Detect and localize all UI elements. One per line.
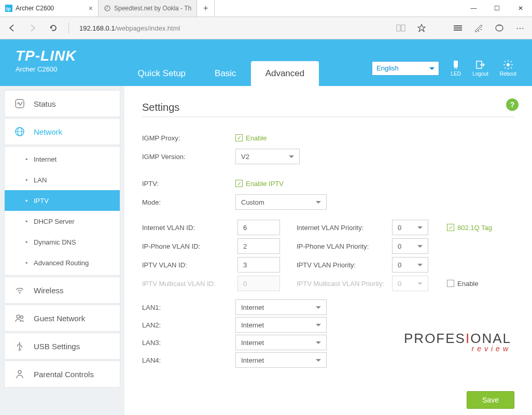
internet-vlan-id-label: Internet VLAN ID: <box>142 224 235 232</box>
back-button[interactable] <box>4 20 20 36</box>
checkbox-icon <box>447 280 454 287</box>
svg-line-20 <box>511 67 512 68</box>
lan1-select[interactable]: Internet <box>235 299 327 315</box>
mcast-vlan-id-label: IPTV Multicast VLAN ID: <box>142 280 235 288</box>
iptv-vlan-id-label: IPTV VLAN ID: <box>142 261 235 269</box>
help-button[interactable]: ? <box>506 98 519 111</box>
igmp-version-select[interactable]: V2 <box>235 149 300 164</box>
sidebar-sub-routing[interactable]: Advanced Routing <box>5 252 120 273</box>
iptv-vlan-id-input[interactable] <box>237 257 280 273</box>
checkbox-icon <box>447 224 454 231</box>
internet-vlan-pri-select[interactable]: 0 <box>392 220 428 235</box>
favorite-icon[interactable] <box>414 20 429 36</box>
internet-vlan-id-input[interactable] <box>237 220 280 235</box>
maximize-button[interactable]: ☐ <box>485 0 509 17</box>
parental-icon <box>14 368 25 380</box>
reading-icon[interactable] <box>393 20 409 36</box>
close-window-button[interactable]: ✕ <box>509 0 532 17</box>
ipphone-vlan-id-input[interactable] <box>237 238 280 254</box>
share-icon[interactable] <box>492 20 507 36</box>
header-right: English LED Logout Reboot <box>372 60 516 86</box>
logo-block: TP-LINK Archer C2600 <box>16 39 76 86</box>
svg-point-28 <box>17 315 20 318</box>
mode-label: Mode: <box>142 198 235 206</box>
8021q-tag-checkbox[interactable]: 802.1Q Tag <box>447 224 514 232</box>
svg-line-21 <box>511 61 512 62</box>
tab-title: Speedtest.net by Ookla - Th <box>114 5 191 12</box>
forward-button[interactable] <box>25 20 40 36</box>
browser-toolbar: 192.168.0.1/webpages/index.html ⋯ <box>0 17 532 39</box>
svg-line-19 <box>505 61 506 62</box>
lan2-label: LAN2: <box>142 321 235 329</box>
checkbox-icon <box>235 134 243 141</box>
iptv-vlan-pri-label: IPTV VLAN Priority: <box>297 261 390 269</box>
notes-icon[interactable] <box>471 20 486 36</box>
url-host: 192.168.0.1 <box>79 24 115 32</box>
igmp-version-label: IGMP Version: <box>142 153 235 161</box>
sidebar-sub-dhcp[interactable]: DHCP Server <box>5 211 120 232</box>
mcast-enable-checkbox[interactable]: Enable <box>447 280 514 288</box>
sidebar-sub-ddns[interactable]: Dynamic DNS <box>5 232 120 252</box>
browser-tab-active[interactable]: tp Archer C2600 × <box>0 0 99 17</box>
reboot-button[interactable]: Reboot <box>500 60 516 77</box>
tab-favicon <box>104 5 111 12</box>
separator <box>68 22 69 34</box>
ipphone-vlan-pri-select[interactable]: 0 <box>392 238 428 254</box>
igmp-proxy-label: IGMP Proxy: <box>142 134 235 142</box>
window-controls: — ☐ ✕ <box>462 0 532 17</box>
mode-select[interactable]: Custom <box>235 194 327 210</box>
minimize-button[interactable]: — <box>462 0 485 17</box>
checkbox-icon <box>235 180 243 187</box>
status-icon <box>14 98 25 109</box>
mcast-vlan-pri-select: 0 <box>392 276 428 291</box>
vlan-grid: Internet VLAN ID: Internet VLAN Priority… <box>142 220 514 291</box>
logout-button[interactable]: Logout <box>472 60 488 77</box>
address-bar[interactable]: 192.168.0.1/webpages/index.html <box>76 24 388 32</box>
sidebar-item-wireless[interactable]: Wireless <box>4 277 120 304</box>
svg-point-14 <box>507 63 510 66</box>
sidebar-item-usb[interactable]: USB Settings <box>4 333 120 360</box>
more-icon[interactable]: ⋯ <box>512 20 528 36</box>
sidebar-submenu-network: Internet LAN IPTV DHCP Server Dynamic DN… <box>4 146 120 276</box>
sidebar-item-parental[interactable]: Parental Controls <box>4 361 120 388</box>
sidebar-sub-internet[interactable]: Internet <box>5 149 120 169</box>
svg-rect-4 <box>401 25 405 31</box>
svg-point-31 <box>18 370 21 374</box>
page-title: Settings <box>142 102 514 113</box>
browser-tab-inactive[interactable]: Speedtest.net by Ookla - Th <box>99 0 197 17</box>
svg-rect-3 <box>397 25 400 31</box>
refresh-button[interactable] <box>46 20 61 36</box>
close-icon[interactable]: × <box>83 4 93 12</box>
tab-quick-setup[interactable]: Quick Setup <box>123 61 200 86</box>
hub-icon[interactable] <box>450 20 466 36</box>
sidebar: Status Network Internet LAN IPTV DHCP Se… <box>0 86 124 415</box>
svg-point-27 <box>19 292 21 294</box>
tab-favicon: tp <box>5 5 12 12</box>
language-select[interactable]: English <box>372 61 439 76</box>
sidebar-item-network[interactable]: Network <box>4 118 120 145</box>
url-path: /webpages/index.html <box>115 24 180 32</box>
led-button[interactable]: LED <box>451 60 461 77</box>
new-tab-button[interactable]: + <box>197 0 215 17</box>
lan3-select[interactable]: Internet <box>235 335 327 350</box>
iptv-checkbox[interactable]: Enable IPTV <box>235 180 284 188</box>
iptv-vlan-pri-select[interactable]: 0 <box>392 257 428 273</box>
sidebar-item-guest[interactable]: Guest Network <box>4 305 120 332</box>
lan4-label: LAN4: <box>142 356 235 364</box>
tab-title: Archer C2600 <box>16 5 54 12</box>
lan1-label: LAN1: <box>142 304 235 311</box>
svg-point-8 <box>481 29 482 30</box>
save-button[interactable]: Save <box>467 391 514 409</box>
tab-basic[interactable]: Basic <box>200 61 251 86</box>
lan2-select[interactable]: Internet <box>235 317 327 333</box>
sidebar-item-status[interactable]: Status <box>4 90 120 117</box>
iptv-label: IPTV: <box>142 180 235 188</box>
svg-line-22 <box>505 67 506 68</box>
ipphone-vlan-id-label: IP-Phone VLAN ID: <box>142 242 235 250</box>
sidebar-sub-lan[interactable]: LAN <box>5 169 120 190</box>
tab-advanced[interactable]: Advanced <box>251 61 319 86</box>
igmp-proxy-checkbox[interactable]: Enable <box>235 134 267 142</box>
ipphone-vlan-pri-label: IP-Phone VLAN Priority: <box>297 242 390 250</box>
lan4-select[interactable]: Internet <box>235 352 327 368</box>
sidebar-sub-iptv[interactable]: IPTV <box>5 190 120 211</box>
